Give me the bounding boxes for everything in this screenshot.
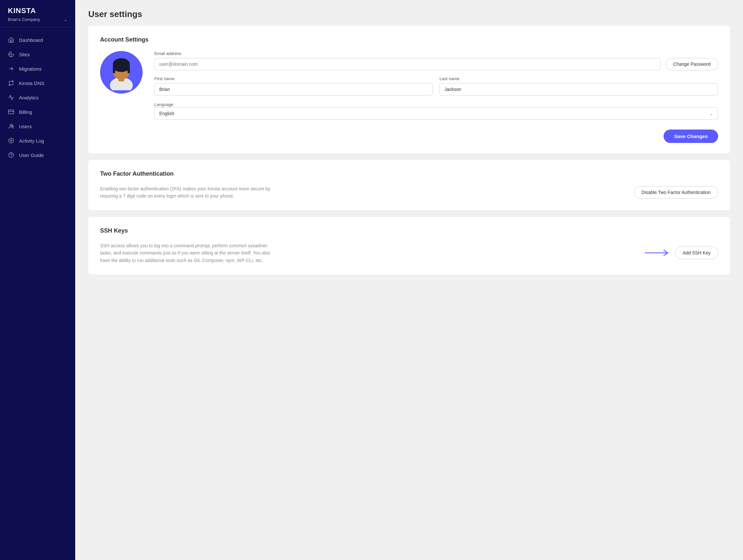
- sidebar: KINSTA Brian's Company ⌄ Dashboard Sites…: [0, 0, 75, 560]
- last-name-group: Last name: [440, 76, 718, 95]
- ssh-keys-card: SSH Keys SSH access allows you to log in…: [88, 217, 730, 274]
- sidebar-item-label: User Guide: [19, 153, 44, 158]
- form-section: Email address Change Password First name…: [155, 51, 718, 143]
- ssh-body: SSH access allows you to log into a comm…: [100, 242, 718, 264]
- avatar: [100, 51, 142, 93]
- sidebar-item-label: Kinsta DNS: [19, 81, 44, 86]
- language-label: Language: [155, 102, 173, 107]
- svg-point-0: [11, 54, 12, 55]
- page-title: User settings: [88, 9, 730, 19]
- email-row: Email address Change Password: [155, 51, 718, 70]
- company-name: Brian's Company: [8, 17, 40, 22]
- email-input[interactable]: [155, 58, 661, 70]
- content-area: Account Settings: [75, 26, 743, 288]
- user-guide-icon: [8, 152, 14, 158]
- disable-2fa-button[interactable]: Disable Two Factor Authentication: [634, 186, 718, 199]
- first-name-label: First name: [155, 76, 433, 81]
- email-label: Email address: [155, 51, 661, 56]
- ssh-keys-title: SSH Keys: [100, 227, 718, 234]
- kinsta-logo: KINSTA: [8, 6, 68, 15]
- ssh-action-group: Add SSH Key: [645, 247, 718, 259]
- add-ssh-key-button[interactable]: Add SSH Key: [675, 247, 718, 259]
- sidebar-header: KINSTA Brian's Company ⌄: [0, 0, 75, 28]
- last-name-input[interactable]: [440, 83, 718, 95]
- sidebar-item-label: Analytics: [19, 95, 39, 100]
- account-settings-body: Email address Change Password First name…: [100, 51, 718, 143]
- language-select[interactable]: English Spanish French German: [155, 107, 718, 120]
- save-row: Save Changes: [155, 126, 718, 143]
- two-factor-card: Two Factor Authentication Enabling two f…: [88, 160, 730, 210]
- last-name-label: Last name: [440, 76, 718, 81]
- users-icon: [8, 123, 14, 130]
- page-header: User settings: [75, 0, 743, 26]
- sidebar-item-label: Users: [19, 124, 32, 129]
- language-select-wrapper: English Spanish French German ⌄: [155, 107, 718, 120]
- first-name-group: First name: [155, 76, 433, 95]
- sidebar-item-label: Migrations: [19, 66, 42, 72]
- name-row: First name Last name: [155, 76, 718, 95]
- sidebar-item-activity-log[interactable]: Activity Log: [0, 133, 75, 148]
- account-settings-card: Account Settings: [88, 26, 730, 154]
- sidebar-item-label: Sites: [19, 52, 30, 57]
- migrations-icon: [8, 66, 14, 72]
- chevron-down-icon: ⌄: [64, 17, 68, 22]
- sidebar-item-dashboard[interactable]: Dashboard: [0, 33, 75, 47]
- svg-point-6: [9, 138, 14, 143]
- analytics-icon: [8, 94, 14, 101]
- svg-rect-15: [113, 66, 115, 73]
- account-settings-title: Account Settings: [100, 36, 718, 43]
- activity-log-icon: [8, 137, 14, 144]
- svg-rect-16: [128, 66, 130, 73]
- svg-rect-1: [8, 110, 14, 114]
- sidebar-item-user-guide[interactable]: User Guide: [0, 148, 75, 162]
- sidebar-item-sites[interactable]: Sites: [0, 47, 75, 61]
- home-icon: [8, 37, 14, 43]
- avatar-section: [100, 51, 142, 93]
- first-name-input[interactable]: [155, 83, 433, 95]
- tfa-body: Enabling two factor authentication (2FA)…: [100, 185, 718, 200]
- arrow-right-icon: [645, 249, 671, 257]
- billing-icon: [8, 109, 14, 115]
- sidebar-item-label: Activity Log: [19, 138, 44, 143]
- sidebar-nav: Dashboard Sites Migrations Kinsta DNS An: [0, 28, 75, 560]
- sidebar-item-label: Dashboard: [19, 37, 43, 43]
- two-factor-title: Two Factor Authentication: [100, 170, 718, 177]
- dns-icon: [8, 80, 14, 86]
- save-changes-button[interactable]: Save Changes: [663, 130, 718, 143]
- sidebar-item-label: Billing: [19, 109, 32, 115]
- main-content: User settings Account Settings: [75, 0, 743, 560]
- email-group: Email address: [155, 51, 661, 70]
- sidebar-item-analytics[interactable]: Analytics: [0, 90, 75, 105]
- svg-point-3: [10, 124, 12, 126]
- sidebar-item-users[interactable]: Users: [0, 119, 75, 133]
- ssh-description: SSH access allows you to log into a comm…: [100, 242, 280, 264]
- change-password-button[interactable]: Change Password: [666, 58, 718, 70]
- sidebar-item-migrations[interactable]: Migrations: [0, 61, 75, 76]
- svg-point-14: [113, 61, 130, 72]
- company-selector[interactable]: Brian's Company ⌄: [8, 17, 68, 22]
- sidebar-item-billing[interactable]: Billing: [0, 105, 75, 119]
- svg-point-7: [10, 140, 12, 142]
- sites-icon: [8, 51, 14, 57]
- language-row: Language English Spanish French German ⌄: [155, 101, 718, 120]
- tfa-description: Enabling two factor authentication (2FA)…: [100, 185, 280, 200]
- sidebar-item-kinsta-dns[interactable]: Kinsta DNS: [0, 76, 75, 90]
